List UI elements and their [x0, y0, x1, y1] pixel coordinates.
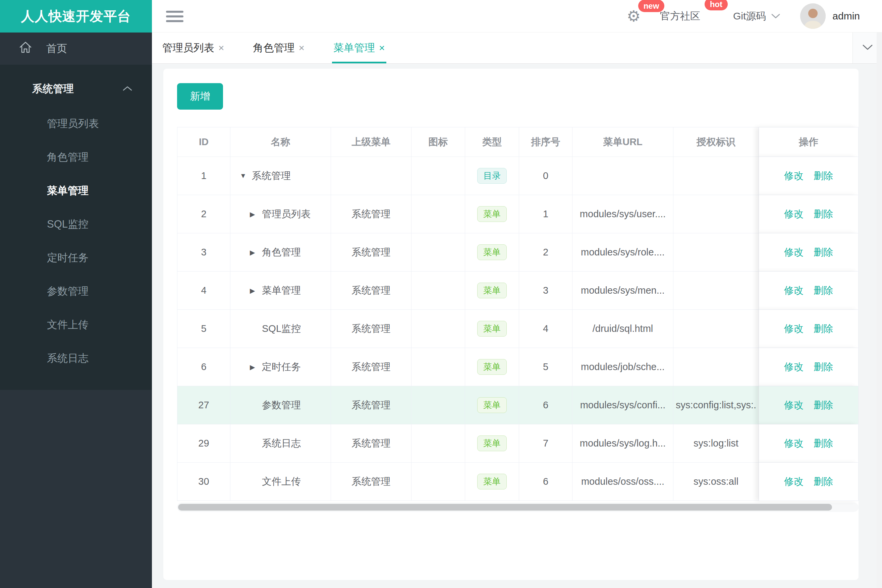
sidebar-item[interactable]: 文件上传 [0, 308, 152, 342]
table-row[interactable]: 4▶菜单管理系统管理菜单3modules/sys/men...修改删除 [177, 272, 858, 310]
expand-arrow-icon[interactable]: ▶ [250, 363, 262, 371]
delete-link[interactable]: 删除 [814, 284, 833, 297]
cell-name: 文件上传 [230, 463, 331, 501]
cell-actions: 修改删除 [759, 157, 858, 195]
cell-parent-menu: 系统管理 [331, 386, 412, 424]
cell-parent-menu: 系统管理 [331, 233, 412, 272]
table-row[interactable]: 29系统日志系统管理菜单7modules/sys/log.h...sys:log… [177, 424, 858, 463]
sidebar-item-home[interactable]: 首页 [0, 33, 152, 65]
cell-name: ▶角色管理 [230, 233, 331, 272]
cell-sort: 3 [519, 272, 572, 310]
gear-icon: ⚙ [627, 8, 640, 25]
table-row[interactable]: 2▶管理员列表系统管理菜单1modules/sys/user....修改删除 [177, 195, 858, 233]
close-icon[interactable]: × [218, 43, 224, 53]
community-link[interactable]: 官方社区 hot [660, 9, 714, 23]
cell-type: 菜单 [465, 310, 519, 348]
edit-link[interactable]: 修改 [784, 322, 804, 336]
table-row[interactable]: 5SQL监控系统管理菜单4/druid/sql.html修改删除 [177, 310, 858, 348]
cell-id: 1 [177, 157, 230, 195]
cell-perms [673, 310, 759, 348]
table-row[interactable]: 1▼系统管理目录0修改删除 [177, 157, 858, 195]
tab[interactable]: 管理员列表× [161, 33, 226, 63]
delete-link[interactable]: 删除 [814, 360, 833, 374]
edit-link[interactable]: 修改 [784, 207, 804, 221]
cell-type: 菜单 [465, 348, 519, 386]
user-menu[interactable]: admin [800, 3, 860, 29]
table-row[interactable]: 3▶角色管理系统管理菜单2modules/sys/role....修改删除 [177, 233, 858, 272]
edit-link[interactable]: 修改 [784, 284, 804, 297]
delete-link[interactable]: 删除 [814, 437, 833, 450]
expand-arrow-icon[interactable]: ▶ [250, 248, 262, 256]
edit-link[interactable]: 修改 [784, 246, 804, 259]
delete-link[interactable]: 删除 [814, 399, 833, 412]
sidebar-home-label: 首页 [46, 42, 67, 56]
edit-link[interactable]: 修改 [784, 169, 804, 183]
menu-name-label: 文件上传 [262, 475, 301, 488]
sidebar-item[interactable]: 参数管理 [0, 274, 152, 308]
chevron-up-icon [122, 83, 133, 95]
sidebar-item[interactable]: 系统日志 [0, 342, 152, 375]
edit-link[interactable]: 修改 [784, 399, 804, 412]
tab[interactable]: 菜单管理× [332, 33, 386, 63]
tab-label: 角色管理 [253, 41, 295, 55]
cell-actions: 修改删除 [759, 233, 858, 272]
edit-link[interactable]: 修改 [784, 360, 804, 374]
table-row[interactable]: 30文件上传系统管理菜单6modules/oss/oss....sys:oss:… [177, 463, 858, 501]
delete-link[interactable]: 删除 [814, 246, 833, 259]
edit-link[interactable]: 修改 [784, 475, 804, 488]
content-card: 新增 ID名称上级菜单图标类型排序号菜单URL授权标识操作 1▼系统管理目录0修… [163, 69, 858, 580]
sidebar-item[interactable]: 定时任务 [0, 241, 152, 274]
cell-name: 系统日志 [230, 424, 331, 463]
cell-name: ▶菜单管理 [230, 272, 331, 310]
expand-arrow-icon[interactable]: ▶ [250, 286, 262, 295]
app-logo[interactable]: 人人快速开发平台 [0, 0, 152, 33]
add-button[interactable]: 新增 [177, 83, 223, 110]
sidebar-toggle-button[interactable] [166, 10, 183, 23]
delete-link[interactable]: 删除 [814, 322, 833, 336]
delete-link[interactable]: 删除 [814, 475, 833, 488]
type-badge: 菜单 [477, 359, 507, 375]
sidebar-item[interactable]: SQL监控 [0, 207, 152, 241]
settings-button[interactable]: ⚙ new [627, 8, 640, 24]
table-row[interactable]: 27参数管理系统管理菜单6modules/sys/confi...sys:con… [177, 386, 858, 424]
type-badge: 菜单 [477, 321, 507, 337]
cell-parent-menu: 系统管理 [331, 195, 412, 233]
cell-icon [412, 463, 465, 501]
delete-link[interactable]: 删除 [814, 207, 833, 221]
cell-sort: 4 [519, 310, 572, 348]
close-icon[interactable]: × [299, 43, 305, 53]
cell-perms: sys:config:list,sys:. [673, 386, 759, 424]
column-header: 上级菜单 [331, 128, 412, 157]
cell-parent-menu [331, 157, 412, 195]
horizontal-scrollbar-thumb[interactable] [178, 504, 832, 510]
tabbar: 管理员列表×角色管理×菜单管理× [152, 33, 882, 64]
git-source-dropdown[interactable]: Git源码 [733, 9, 781, 23]
tab[interactable]: 角色管理× [252, 33, 306, 63]
community-label: 官方社区 [660, 10, 700, 21]
cell-parent-menu: 系统管理 [331, 424, 412, 463]
hot-badge: hot [705, 0, 728, 10]
menu-name-label: 定时任务 [262, 360, 301, 374]
menu-name-label: 系统日志 [262, 437, 301, 450]
sidebar-item[interactable]: 菜单管理 [0, 174, 152, 207]
cell-perms [673, 272, 759, 310]
cell-icon [412, 348, 465, 386]
close-icon[interactable]: × [379, 43, 385, 53]
menu-table: ID名称上级菜单图标类型排序号菜单URL授权标识操作 1▼系统管理目录0修改删除… [177, 127, 858, 501]
column-header: 排序号 [519, 128, 572, 157]
column-header: 授权标识 [673, 128, 759, 157]
expand-arrow-icon[interactable]: ▶ [250, 210, 262, 218]
collapse-arrow-icon[interactable]: ▼ [240, 172, 252, 180]
table-row[interactable]: 6▶定时任务系统管理菜单5modules/job/sche...修改删除 [177, 348, 858, 386]
cell-perms: sys:oss:all [673, 463, 759, 501]
delete-link[interactable]: 删除 [814, 169, 833, 183]
sidebar-item[interactable]: 角色管理 [0, 141, 152, 174]
cell-id: 3 [177, 233, 230, 272]
edit-link[interactable]: 修改 [784, 437, 804, 450]
sidebar-item[interactable]: 管理员列表 [0, 107, 152, 141]
vertical-scrollbar[interactable] [877, 33, 882, 588]
cell-sort: 5 [519, 348, 572, 386]
cell-actions: 修改删除 [759, 195, 858, 233]
horizontal-scrollbar[interactable] [177, 502, 858, 512]
sidebar-group-system-header[interactable]: 系统管理 [0, 78, 152, 100]
